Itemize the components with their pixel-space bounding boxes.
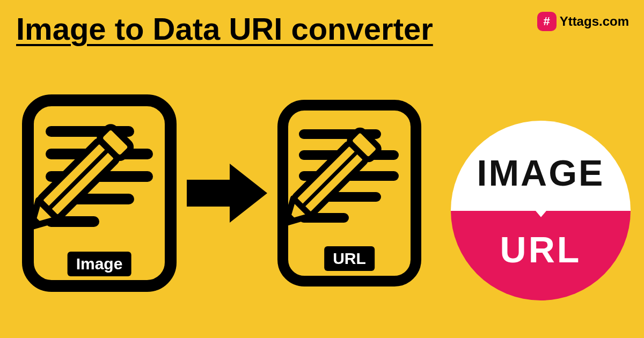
source-document-icon: Image (21, 94, 177, 292)
badge-top-half: IMAGE (451, 121, 631, 211)
triangle-down-icon (529, 203, 553, 217)
brand-logo: # Yttags.com (537, 12, 629, 31)
svg-marker-11 (187, 164, 267, 223)
hash-icon: # (537, 12, 557, 31)
source-label: Image (68, 252, 131, 276)
arrow-right-icon (187, 161, 267, 225)
conversion-diagram: Image URL (21, 94, 422, 292)
badge-bottom-text: URL (500, 229, 582, 270)
target-label: URL (324, 246, 375, 271)
badge-top-text: IMAGE (477, 152, 605, 194)
target-document-icon: URL (277, 99, 422, 287)
badge-bottom-half: URL (451, 211, 631, 301)
page-title: Image to Data URI converter (16, 11, 433, 47)
brand-name: Yttags.com (560, 14, 629, 29)
image-to-url-badge: IMAGE URL (451, 121, 631, 300)
